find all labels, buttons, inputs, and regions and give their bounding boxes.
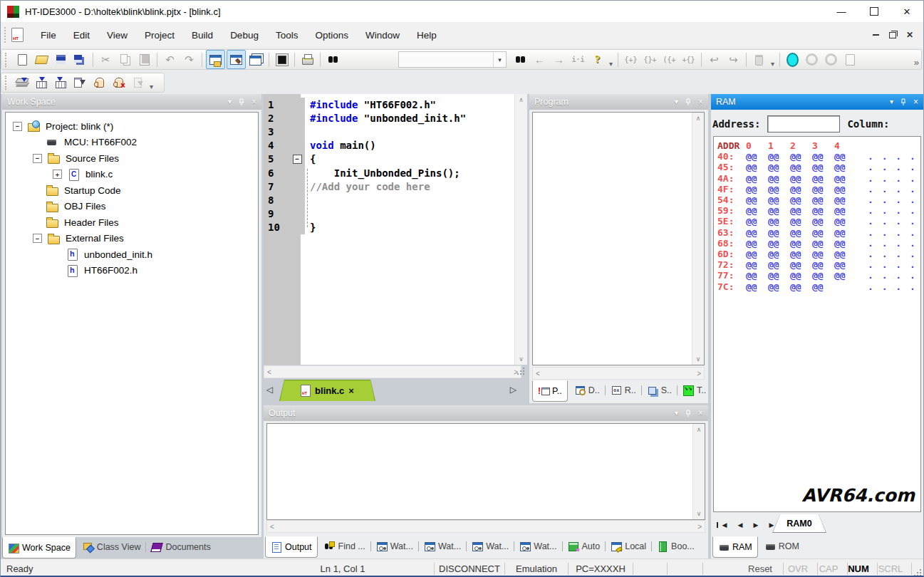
tab-work-space[interactable]: Work Space (2, 537, 76, 558)
code-line[interactable]: 9 (264, 207, 514, 221)
toolbar-grip[interactable] (5, 53, 10, 67)
workspace-dropdown-icon[interactable]: ▾ (228, 98, 232, 105)
tab-find-results[interactable]: Find ... (319, 537, 370, 556)
mdi-close-button[interactable]: ✕ (906, 30, 913, 40)
ram-row-4F[interactable]: 4F:@@@@@@@@@@. . . . . (717, 184, 920, 194)
tab-ram[interactable]: RAM (712, 536, 758, 558)
ram-value-cell[interactable]: @@ (834, 227, 856, 238)
download-button[interactable] (129, 74, 147, 92)
tab-stack[interactable]: S.. (642, 381, 677, 400)
ram-value-cell[interactable]: @@ (746, 194, 768, 205)
ram-value-cell[interactable]: @@ (790, 216, 812, 227)
tree-item-startup-code[interactable]: Startup Code (6, 182, 258, 199)
ram-value-cell[interactable]: @@ (812, 281, 834, 292)
tab-bookmarks[interactable]: Boo... (652, 537, 700, 556)
help-button[interactable]: ? (588, 51, 606, 68)
menu-help[interactable]: Help (408, 22, 445, 48)
ram-value-cell[interactable]: @@ (746, 259, 768, 270)
output-close-icon[interactable]: × (698, 409, 703, 417)
output-vscrollbar[interactable]: ∧ ∨ (692, 424, 705, 519)
ram-close-icon[interactable]: × (913, 98, 918, 106)
ram-value-cell[interactable]: @@ (790, 259, 812, 270)
workspace-panel-header[interactable]: Work Space ▾ × (2, 94, 261, 110)
step-over-button[interactable]: {}+ (641, 51, 659, 68)
ram-value-cell[interactable]: @@ (790, 184, 812, 194)
ram-value-cell[interactable]: @@ (768, 249, 790, 259)
ram-value-cell[interactable]: @@ (768, 162, 790, 172)
ram-value-cell[interactable]: @@ (834, 184, 856, 194)
program-pin-icon[interactable] (685, 98, 692, 106)
toggle-build-window-button[interactable] (227, 50, 246, 69)
tree-item-ht66f002-h[interactable]: HT66F002.h (6, 263, 258, 279)
ram-value-cell[interactable]: @@ (812, 205, 834, 216)
ram-row-68[interactable]: 68:@@@@@@@@@@. . . . . (717, 238, 920, 249)
status-toggle-reset[interactable]: Reset (742, 559, 779, 577)
workspace-pin-icon[interactable] (238, 98, 245, 106)
tab-auto[interactable]: Auto (563, 537, 606, 556)
tab-watch-3[interactable]: Wat... (467, 537, 514, 556)
minimize-button[interactable]: — (825, 1, 858, 22)
clear-output-button[interactable] (750, 51, 768, 68)
report-button[interactable] (841, 51, 859, 68)
tree-expander-icon[interactable]: − (33, 234, 42, 243)
tree-item-obj-files[interactable]: OBJ Files (6, 199, 258, 215)
ram-value-cell[interactable]: @@ (834, 216, 856, 227)
scroll-left-arrow[interactable]: < (270, 523, 274, 531)
ram0-sheet-tab[interactable]: RAM0 (772, 514, 826, 533)
ram-value-cell[interactable]: @@ (768, 216, 790, 227)
toolbar-overflow-button[interactable]: ▾ (150, 83, 153, 92)
ram-value-cell[interactable]: @@ (746, 281, 768, 292)
status-toggle-scrl[interactable]: SCRL (874, 559, 907, 577)
ram-value-cell[interactable]: @@ (790, 281, 812, 292)
ram-value-cell[interactable]: @@ (812, 194, 834, 205)
ram-row-77[interactable]: 77:@@@@@@@@@@. . . . . (717, 270, 920, 281)
scroll-up-arrow[interactable]: ∧ (693, 424, 705, 435)
nav-back-button[interactable]: ← (531, 51, 549, 68)
undo-button[interactable]: ↶ (161, 51, 179, 68)
output-panel-header[interactable]: Output ▾ × (264, 405, 708, 421)
paste-button[interactable] (135, 51, 153, 68)
pause-button[interactable] (90, 74, 108, 92)
ram-value-cell[interactable]: @@ (812, 270, 834, 281)
stop-build-button[interactable]: × (110, 74, 128, 92)
scroll-right-arrow[interactable]: > (697, 370, 701, 378)
tab-scroll-left-button[interactable]: ◁ (266, 385, 273, 395)
ram-value-cell[interactable]: @@ (790, 151, 812, 162)
toolbar-overflow-button[interactable]: ▾ (609, 60, 613, 69)
toolbar-overflow-button[interactable]: » (914, 57, 919, 69)
tab-local[interactable]: Local (606, 537, 651, 556)
menu-options[interactable]: Options (306, 22, 357, 48)
close-button[interactable]: ✕ (891, 1, 923, 22)
ram-value-cell[interactable]: @@ (812, 238, 834, 249)
tab-watch-4[interactable]: Wat... (514, 537, 561, 556)
editor-hscrollbar[interactable]: < > (264, 365, 521, 378)
ram-value-cell[interactable]: @@ (812, 184, 834, 194)
copy-button[interactable] (116, 51, 134, 68)
tab-output[interactable]: Output (265, 536, 318, 558)
build-order-button[interactable] (71, 74, 89, 92)
ram-value-cell[interactable]: @@ (790, 249, 812, 259)
ram-value-cell[interactable]: @@ (834, 270, 856, 281)
output-view[interactable]: ∧ ∨ (266, 423, 705, 520)
tree-item-project-blink[interactable]: −Project: blink (*) (6, 118, 258, 135)
toolbar-overflow-button[interactable]: ▾ (771, 60, 774, 69)
menu-edit[interactable]: Edit (65, 22, 98, 48)
jump-forward-button[interactable]: ↪ (725, 51, 742, 68)
tree-item-source-files[interactable]: −Source Files (6, 150, 258, 167)
run-button[interactable] (784, 51, 801, 68)
ram-value-cell[interactable]: @@ (812, 249, 834, 259)
menu-project[interactable]: Project (136, 22, 183, 48)
ram-value-cell[interactable]: @@ (746, 216, 768, 227)
ram-value-cell[interactable]: @@ (812, 151, 834, 162)
program-dropdown-icon[interactable]: ▾ (675, 98, 678, 105)
tab-documents[interactable]: Documents (146, 538, 215, 556)
tab-watch-1[interactable]: Wat... (371, 537, 418, 556)
ram-row-45[interactable]: 45:@@@@@@@@@@. . . . . (717, 162, 920, 172)
mdi-restore-button[interactable] (889, 32, 896, 38)
find-what-combo[interactable]: ▾ (398, 51, 507, 68)
next-sheet-button[interactable]: ▶ (748, 517, 764, 533)
code-line[interactable]: 7//Add your code here (264, 180, 514, 193)
editor-tab-blink-c[interactable]: blink.c × (279, 380, 375, 401)
ram-value-cell[interactable]: @@ (768, 259, 790, 270)
scroll-down-arrow[interactable]: ∨ (515, 353, 527, 365)
